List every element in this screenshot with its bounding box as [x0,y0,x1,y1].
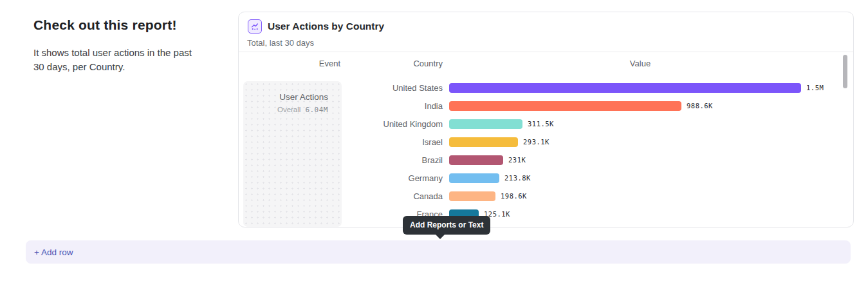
intro-block: Check out this report! It shows total us… [33,17,202,74]
page-title: Check out this report! [33,17,202,33]
country-label: United Kingdom [239,119,443,129]
chart-row: Canada198.6K [239,187,853,205]
value-label: 311.5K [528,120,554,128]
report-title: User Actions by Country [268,21,384,32]
country-label: Brazil [239,155,443,165]
chart-row: France125.1K [239,205,853,223]
chart-row: Israel293.1K [239,133,853,151]
country-label: Israel [239,137,443,147]
value-bar[interactable] [449,137,518,147]
value-label: 293.1K [523,138,549,146]
value-bar[interactable] [449,101,681,111]
tooltip-caret-icon [435,234,445,239]
value-bar[interactable] [449,191,495,201]
value-label: 198.6K [501,192,527,200]
report-chart-icon [248,19,262,34]
chart-scrollbar-track[interactable] [842,55,849,224]
report-card: User Actions by Country Total, last 30 d… [238,12,854,228]
value-label: 213.8K [504,174,531,182]
add-reports-tooltip-label: Add Reports or Text [410,220,483,229]
value-label: 1.5M [806,84,824,92]
chart-row: United Kingdom311.5K [239,115,853,133]
country-label: United States [239,83,443,93]
add-row-button[interactable]: + Add row [26,240,851,264]
value-bar[interactable] [449,155,503,165]
chart-row: United States1.5M [239,79,853,97]
chart-row: Brazil231K [239,151,853,169]
chart-rows: United States1.5MIndia988.6KUnited Kingd… [239,79,853,223]
add-reports-tooltip: Add Reports or Text [403,216,490,235]
page-description: It shows total user actions in the past … [33,46,202,74]
chart-row: Germany213.8K [239,169,853,187]
chart-scrollbar-thumb[interactable] [843,55,847,88]
value-bar[interactable] [449,119,522,129]
value-label: 988.6K [687,102,713,110]
chart-row: India988.6K [239,97,853,115]
value-bar[interactable] [449,173,499,183]
column-header-country: Country [239,59,443,68]
column-header-value: Value [608,59,672,68]
country-label: Germany [239,173,443,183]
report-subtitle: Total, last 30 days [247,38,314,48]
value-label: 231K [508,156,526,164]
country-label: India [239,101,443,111]
value-bar[interactable] [449,83,801,93]
country-label: Canada [239,191,443,201]
chart-area: Event Country Value User Actions Overall… [239,52,853,227]
add-row-label: + Add row [34,247,73,257]
report-card-header: User Actions by Country Total, last 30 d… [239,12,853,52]
